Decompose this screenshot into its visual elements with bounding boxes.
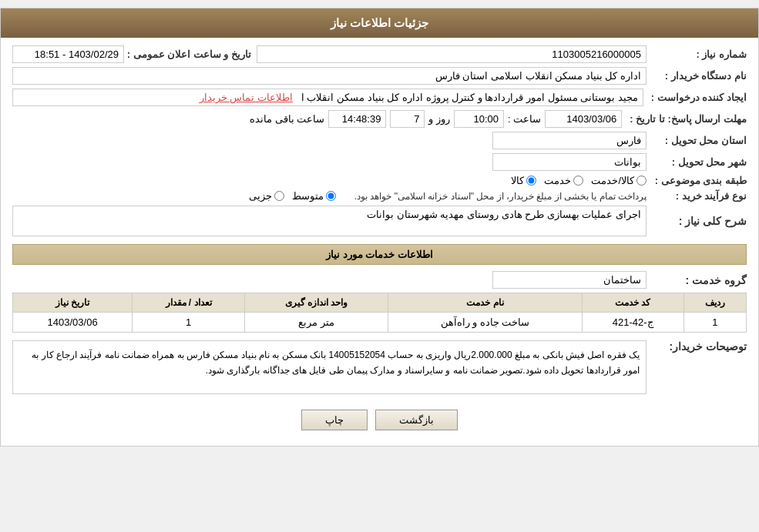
col-quantity: تعداد / مقدار bbox=[133, 293, 245, 313]
city-value: بوانات bbox=[492, 153, 646, 171]
process-option-jozii: جزیی bbox=[249, 190, 284, 202]
datetime-group: 1403/03/06 ساعت : 10:00 روز و 7 14:48:39… bbox=[12, 110, 622, 128]
col-service-code: کد خدمت bbox=[582, 293, 683, 313]
city-row: شهر محل تحویل : بوانات bbox=[12, 153, 747, 171]
days-label: روز و bbox=[428, 113, 450, 125]
category-option-kala: کالا bbox=[511, 175, 536, 186]
cell-quantity: 1 bbox=[133, 313, 245, 333]
category-option-khedmat: خدمت bbox=[544, 175, 583, 186]
process-row: نوع فرآیند خرید : پرداخت تمام یا بخشی از… bbox=[12, 190, 747, 202]
need-number-label: شماره نیاز : bbox=[646, 49, 747, 60]
category-radio-khedmat[interactable] bbox=[573, 176, 583, 186]
col-date: تاریخ نیاز bbox=[13, 293, 133, 313]
service-group-value: ساختمان bbox=[492, 271, 646, 289]
buyer-desc-label: توصیحات خریدار: bbox=[646, 336, 747, 353]
province-value: فارس bbox=[492, 132, 646, 149]
need-number-value: 1103005216000005 bbox=[257, 45, 646, 63]
cell-date: 1403/03/06 bbox=[13, 313, 133, 333]
service-group-row: گروه خدمت : ساختمان bbox=[12, 271, 747, 289]
table-header-row: ردیف کد خدمت نام خدمت واحد اندازه گیری ت… bbox=[13, 293, 747, 313]
need-number-row: شماره نیاز : 1103005216000005 تاریخ و سا… bbox=[12, 45, 747, 63]
process-label: نوع فرآیند خرید : bbox=[646, 190, 747, 202]
cell-service-code: ج-42-421 bbox=[582, 313, 683, 333]
col-row-num: ردیف bbox=[683, 293, 746, 313]
need-desc-row: شرح کلی نیاز : اجرای عملیات بهسازی طرح ه… bbox=[12, 206, 747, 236]
process-note: پرداخت تمام یا بخشی از مبلغ خریدار، از م… bbox=[354, 191, 646, 202]
cell-row-num: 1 bbox=[683, 313, 746, 333]
cell-unit: متر مربع bbox=[244, 313, 388, 333]
process-option-motavasset: متوسط bbox=[292, 190, 336, 202]
process-radio-group: پرداخت تمام یا بخشی از مبلغ خریدار، از م… bbox=[249, 190, 646, 202]
category-label-khedmat: خدمت bbox=[544, 175, 571, 186]
response-time: 10:00 bbox=[454, 110, 504, 128]
requester-text: مجید بوستانی مسئول امور قراردادها و کنتر… bbox=[301, 92, 638, 103]
response-date: 1403/03/06 bbox=[545, 110, 622, 128]
remaining-label: ساعت باقی مانده bbox=[250, 113, 324, 125]
category-label: طبقه بندی موضوعی : bbox=[646, 175, 747, 186]
contact-link[interactable]: اطلاعات تماس خریدار bbox=[200, 92, 293, 103]
buyer-org-label: نام دستگاه خریدار : bbox=[646, 70, 747, 82]
response-remaining: 14:48:39 bbox=[328, 110, 386, 128]
category-radio-kala[interactable] bbox=[526, 176, 536, 186]
col-service-name: نام خدمت bbox=[388, 293, 582, 313]
process-radio-jozii[interactable] bbox=[274, 191, 284, 201]
requester-row: ایجاد کننده درخواست : مجید بوستانی مسئول… bbox=[12, 89, 747, 106]
response-deadline-row: مهلت ارسال پاسخ: تا تاریخ : 1403/03/06 س… bbox=[12, 110, 747, 128]
buyer-org-row: نام دستگاه خریدار : اداره کل بنیاد مسکن … bbox=[12, 67, 747, 85]
service-table: ردیف کد خدمت نام خدمت واحد اندازه گیری ت… bbox=[12, 293, 747, 333]
category-radio-kala-khedmat[interactable] bbox=[636, 176, 646, 186]
requester-label: ایجاد کننده درخواست : bbox=[643, 92, 747, 103]
category-radio-group: کالا/خدمت خدمت کالا bbox=[511, 175, 646, 186]
category-row: طبقه بندی موضوعی : کالا/خدمت خدمت کالا bbox=[12, 175, 747, 186]
service-info-title: اطلاعات خدمات مورد نیاز bbox=[12, 244, 747, 265]
need-desc-value: اجرای عملیات بهسازی طرح هادی روستای مهدی… bbox=[12, 206, 646, 236]
buyer-org-value: اداره کل بنیاد مسکن انقلاب اسلامی استان … bbox=[12, 67, 646, 85]
response-days: 7 bbox=[390, 110, 425, 128]
buyer-desc-value: یک فقره اصل فیش بانکی به مبلغ 2.000.000ر… bbox=[12, 340, 646, 394]
buyer-desc-row: توصیحات خریدار: یک فقره اصل فیش بانکی به… bbox=[12, 336, 747, 398]
buttons-row: بازگشت چاپ bbox=[12, 410, 747, 430]
page-header: جزئیات اطلاعات نیاز bbox=[1, 8, 758, 38]
cell-service-name: ساخت جاده و راه‌آهن bbox=[388, 313, 582, 333]
process-radio-motavasset[interactable] bbox=[326, 191, 336, 201]
table-row: 1 ج-42-421 ساخت جاده و راه‌آهن متر مربع … bbox=[13, 313, 747, 333]
requester-value: مجید بوستانی مسئول امور قراردادها و کنتر… bbox=[12, 89, 643, 106]
province-label: استان محل تحویل : bbox=[646, 135, 747, 146]
category-option-kala-khedmat: کالا/خدمت bbox=[591, 175, 646, 186]
col-unit: واحد اندازه گیری bbox=[244, 293, 388, 313]
need-desc-label: شرح کلی نیاز : bbox=[646, 215, 747, 227]
time-label: ساعت : bbox=[508, 113, 541, 125]
category-label-kala: کالا bbox=[511, 175, 524, 186]
service-group-label: گروه خدمت : bbox=[646, 274, 747, 286]
process-label-motavasset: متوسط bbox=[292, 190, 324, 202]
page-title: جزئیات اطلاعات نیاز bbox=[331, 16, 428, 29]
announce-label: تاریخ و ساعت اعلان عمومی : bbox=[127, 49, 251, 60]
category-label-kala-khedmat: کالا/خدمت bbox=[591, 175, 634, 186]
city-label: شهر محل تحویل : bbox=[646, 156, 747, 168]
process-label-jozii: جزیی bbox=[249, 190, 272, 202]
back-button[interactable]: بازگشت bbox=[375, 410, 458, 430]
province-row: استان محل تحویل : فارس bbox=[12, 132, 747, 149]
announce-value: 1403/02/29 - 18:51 bbox=[12, 45, 124, 63]
response-deadline-label: مهلت ارسال پاسخ: تا تاریخ : bbox=[622, 113, 747, 125]
print-button[interactable]: چاپ bbox=[301, 410, 368, 430]
